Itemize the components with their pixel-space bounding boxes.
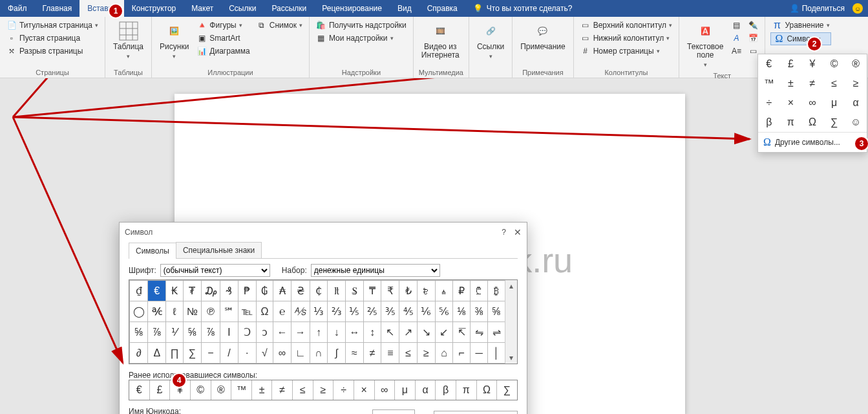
char-cell[interactable]: ⅝ xyxy=(183,322,201,343)
symbol-cell[interactable]: ∞ xyxy=(801,93,823,113)
char-cell[interactable]: ₴ xyxy=(291,281,310,301)
symbol-cell[interactable]: μ xyxy=(823,93,845,113)
char-cell[interactable]: ₸ xyxy=(363,281,381,301)
char-cell[interactable]: ⅚ xyxy=(435,301,453,322)
symbol-cell[interactable]: ÷ xyxy=(758,93,780,113)
tab-design[interactable]: Конструктор xyxy=(124,0,184,17)
char-cell[interactable]: ℮ xyxy=(273,301,291,322)
char-cell[interactable]: ℡ xyxy=(238,301,256,322)
recent-symbol-cell[interactable]: ∞ xyxy=(375,380,396,400)
char-cell[interactable]: Ɔ xyxy=(238,322,256,343)
char-cell[interactable]: ⅝ xyxy=(488,301,505,322)
subset-select[interactable]: денежные единицы xyxy=(311,264,440,277)
char-cell[interactable]: ⅓ xyxy=(310,301,328,322)
char-cell[interactable]: ⅞ xyxy=(148,322,166,343)
drop-cap-button[interactable]: A≡ xyxy=(730,45,743,57)
char-cell[interactable]: ₿ xyxy=(488,281,505,301)
char-cell[interactable]: ↔ xyxy=(346,322,364,343)
char-cell[interactable]: ⅞ xyxy=(201,322,220,343)
page-number-button[interactable]: #Номер страницы xyxy=(579,45,673,57)
get-addins-button[interactable]: 🛍️Получить надстройки xyxy=(315,19,408,31)
recent-symbol-cell[interactable]: © xyxy=(191,380,211,400)
symbol-cell[interactable]: ≤ xyxy=(823,74,845,93)
symbol-cell[interactable]: ™ xyxy=(758,74,780,93)
symbol-cell[interactable]: ≥ xyxy=(845,74,867,93)
char-cell[interactable]: € xyxy=(148,281,166,301)
recent-symbol-cell[interactable]: € xyxy=(129,380,150,400)
symbol-cell[interactable]: π xyxy=(780,113,802,132)
char-cell[interactable]: ⅍ xyxy=(291,301,310,322)
char-cell[interactable]: ⌐ xyxy=(453,343,471,364)
char-cell[interactable]: / xyxy=(220,343,238,364)
char-cell[interactable]: ₰ xyxy=(220,281,238,301)
char-cell[interactable]: ₵ xyxy=(310,281,328,301)
char-cell[interactable]: Δ xyxy=(148,343,166,364)
my-addins-button[interactable]: ▦Мои надстройки xyxy=(315,32,408,44)
dialog-tab-symbols[interactable]: Символы xyxy=(129,243,176,259)
symbol-cell[interactable]: β xyxy=(758,113,780,132)
char-cell[interactable]: ≥ xyxy=(417,343,435,364)
char-cell[interactable]: Ω xyxy=(256,301,273,322)
tell-me[interactable]: 💡 Что вы хотите сделать? xyxy=(465,4,580,13)
char-cell[interactable]: ↑ xyxy=(310,322,328,343)
char-cell[interactable]: ₻ xyxy=(417,281,435,301)
recent-symbol-cell[interactable]: ™ xyxy=(231,380,252,400)
char-cell[interactable]: ∞ xyxy=(273,343,291,364)
tab-file[interactable]: Файл xyxy=(0,0,35,17)
char-cell[interactable]: √ xyxy=(256,343,273,364)
symbol-cell[interactable]: ® xyxy=(845,54,867,74)
symbol-cell[interactable]: ☺ xyxy=(845,113,867,132)
char-cell[interactable]: ₳ xyxy=(273,281,291,301)
links-button[interactable]: 🔗 Ссылки xyxy=(474,19,507,62)
char-cell[interactable]: ⅕ xyxy=(346,301,364,322)
tab-references[interactable]: Ссылки xyxy=(221,0,264,17)
char-cell[interactable]: ≈ xyxy=(346,343,364,364)
char-cell[interactable]: ⅗ xyxy=(381,301,399,322)
tab-help[interactable]: Справка xyxy=(419,0,465,17)
char-cell[interactable]: ⇌ xyxy=(488,322,505,343)
more-symbols-button[interactable]: Ω Другие символы... xyxy=(758,132,867,152)
scroll-up-arrow[interactable]: ▴ xyxy=(509,280,513,292)
char-cell[interactable]: ₺ xyxy=(399,281,418,301)
recent-symbol-cell[interactable]: Ω xyxy=(477,380,498,400)
char-cell[interactable]: ⅟ xyxy=(166,322,184,343)
char-cell[interactable]: ₱ xyxy=(238,281,256,301)
recent-symbol-cell[interactable]: μ xyxy=(395,380,416,400)
char-cell[interactable]: ↓ xyxy=(328,322,346,343)
quick-parts-button[interactable]: ▤ xyxy=(730,19,743,31)
tab-home[interactable]: Главная xyxy=(35,0,80,17)
symbol-button[interactable]: ΩСимвол xyxy=(770,32,831,45)
char-cell[interactable]: ₮ xyxy=(183,281,201,301)
recent-symbol-cell[interactable]: ± xyxy=(252,380,273,400)
char-cell[interactable]: │ xyxy=(488,343,505,364)
char-cell[interactable]: ≡ xyxy=(381,343,399,364)
dialog-close-button[interactable]: ✕ xyxy=(514,227,522,237)
share-button[interactable]: 👤 Поделиться xyxy=(790,4,845,13)
char-cell[interactable]: ∂ xyxy=(130,343,148,364)
smiley-icon[interactable]: ☺ xyxy=(852,3,863,14)
char-cell[interactable]: ⅙ xyxy=(417,301,435,322)
symbol-cell[interactable]: α xyxy=(845,93,867,113)
recent-symbol-cell[interactable]: ≠ xyxy=(272,380,293,400)
char-cell[interactable]: ≠ xyxy=(363,343,381,364)
scroll-down-arrow[interactable]: ▾ xyxy=(509,352,513,364)
char-cell[interactable]: → xyxy=(291,322,310,343)
char-cell[interactable]: ₫ xyxy=(130,281,148,301)
char-cell[interactable]: ℀ xyxy=(148,301,166,322)
tab-view[interactable]: Вид xyxy=(390,0,419,17)
recent-symbol-cell[interactable]: β xyxy=(436,380,456,400)
recent-symbol-cell[interactable]: ≥ xyxy=(313,380,334,400)
char-cell[interactable]: ₲ xyxy=(256,281,273,301)
shapes-button[interactable]: 🔺Фигуры xyxy=(195,19,251,31)
symbol-cell[interactable]: € xyxy=(758,54,780,74)
char-cell[interactable]: − xyxy=(201,343,220,364)
header-button[interactable]: ▭Верхний колонтитул xyxy=(579,19,673,31)
symbol-cell[interactable]: © xyxy=(823,54,845,74)
char-cell[interactable]: ɔ xyxy=(256,322,273,343)
tab-review[interactable]: Рецензирование xyxy=(314,0,390,17)
from-select[interactable]: Юникод (шестн.) xyxy=(434,411,518,414)
chart-button[interactable]: 📊Диаграмма xyxy=(195,45,251,57)
recent-symbol-cell[interactable]: ∑ xyxy=(497,380,517,400)
table-button[interactable]: Таблица xyxy=(111,19,146,62)
tab-mailings[interactable]: Рассылки xyxy=(264,0,314,17)
